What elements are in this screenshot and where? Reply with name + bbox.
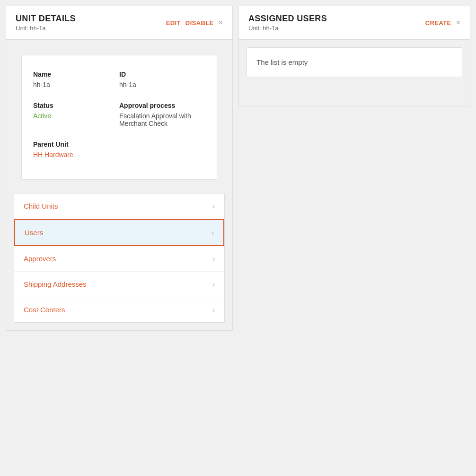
parent-unit-value[interactable]: HH Hardware bbox=[33, 151, 119, 159]
nav-item-approvers[interactable]: Approvers › bbox=[14, 246, 224, 272]
id-value: hh-1a bbox=[119, 81, 205, 88]
edit-button[interactable]: EDIT bbox=[166, 19, 181, 26]
detail-grid: Name hh-1a ID hh-1a Status Active Appr bbox=[33, 67, 205, 168]
unit-nav-list: Child Units › Users › Approvers › Shippi… bbox=[14, 193, 225, 323]
name-label: Name bbox=[33, 71, 119, 78]
chevron-right-icon-shipping: › bbox=[212, 281, 215, 288]
nav-item-approvers-label: Approvers bbox=[24, 255, 56, 263]
unit-detail-card: Name hh-1a ID hh-1a Status Active Appr bbox=[21, 55, 217, 180]
unit-details-actions: EDIT DISABLE × bbox=[166, 19, 223, 26]
unit-details-header: UNIT DETAILS Unit: hh-1a EDIT DISABLE × bbox=[6, 6, 232, 40]
assigned-users-subtitle: Unit: hh-1a bbox=[248, 25, 425, 32]
assigned-users-header: ASSIGNED USERS Unit: hh-1a CREATE × bbox=[239, 6, 470, 40]
close-left-panel-button[interactable]: × bbox=[219, 19, 223, 26]
id-label: ID bbox=[119, 71, 205, 78]
unit-details-panel: UNIT DETAILS Unit: hh-1a EDIT DISABLE × … bbox=[6, 6, 233, 331]
parent-unit-label: Parent Unit bbox=[33, 141, 119, 148]
name-field: Name hh-1a bbox=[33, 67, 119, 98]
assigned-users-titles: ASSIGNED USERS Unit: hh-1a bbox=[248, 14, 425, 32]
id-field: ID hh-1a bbox=[119, 67, 205, 98]
nav-item-shipping-addresses[interactable]: Shipping Addresses › bbox=[14, 272, 224, 297]
assigned-users-actions: CREATE × bbox=[425, 19, 460, 26]
unit-details-title: UNIT DETAILS bbox=[16, 14, 166, 24]
status-label: Status bbox=[33, 102, 119, 109]
chevron-right-icon-child-units: › bbox=[212, 203, 215, 210]
assigned-users-title: ASSIGNED USERS bbox=[248, 14, 425, 24]
status-field: Status Active bbox=[33, 98, 119, 137]
unit-details-titles: UNIT DETAILS Unit: hh-1a bbox=[16, 14, 166, 32]
nav-item-cost-centers-label: Cost Centers bbox=[24, 306, 65, 314]
chevron-right-icon-approvers: › bbox=[212, 255, 215, 263]
disable-button[interactable]: DISABLE bbox=[185, 19, 214, 26]
close-right-panel-button[interactable]: × bbox=[456, 19, 460, 26]
nav-item-shipping-addresses-label: Shipping Addresses bbox=[24, 280, 87, 288]
nav-item-child-units[interactable]: Child Units › bbox=[14, 194, 224, 219]
chevron-right-icon-users: › bbox=[212, 229, 214, 237]
chevron-right-icon-cost-centers: › bbox=[212, 306, 215, 314]
empty-list-text: The list is empty bbox=[256, 58, 308, 66]
nav-item-users[interactable]: Users › bbox=[14, 219, 224, 246]
approval-label: Approval process bbox=[119, 102, 205, 109]
unit-details-body: Name hh-1a ID hh-1a Status Active Appr bbox=[6, 40, 232, 330]
empty-list-message: The list is empty bbox=[247, 47, 462, 77]
approval-field: Approval process Escalation Approval wit… bbox=[119, 98, 205, 137]
status-value: Active bbox=[33, 112, 119, 120]
create-button[interactable]: CREATE bbox=[425, 19, 451, 26]
nav-item-cost-centers[interactable]: Cost Centers › bbox=[14, 297, 224, 322]
nav-item-users-label: Users bbox=[25, 229, 43, 237]
assigned-users-panel: ASSIGNED USERS Unit: hh-1a CREATE × The … bbox=[238, 6, 470, 106]
approval-value: Escalation Approval with Merchant Check bbox=[119, 112, 205, 127]
parent-unit-field: Parent Unit HH Hardware bbox=[33, 137, 119, 168]
nav-item-child-units-label: Child Units bbox=[24, 202, 58, 210]
unit-details-subtitle: Unit: hh-1a bbox=[16, 25, 166, 32]
name-value: hh-1a bbox=[33, 81, 119, 88]
assigned-users-body: The list is empty bbox=[239, 40, 470, 106]
